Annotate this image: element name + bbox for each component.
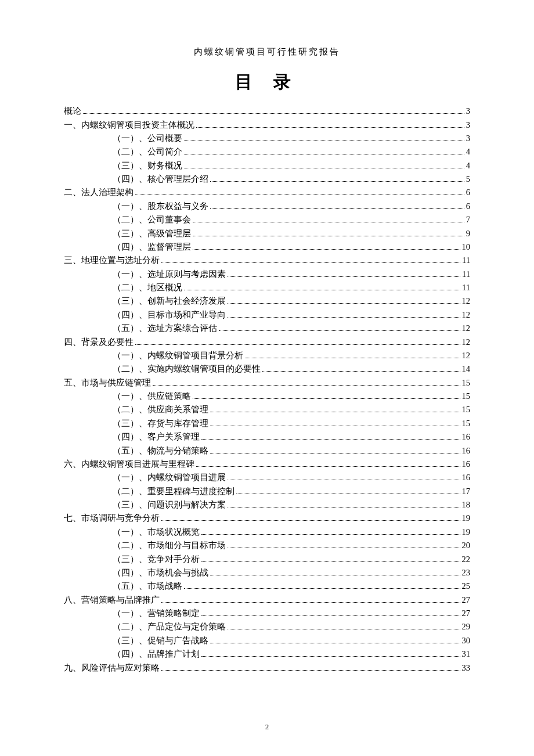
toc-entry[interactable]: （三）、财务概况4: [64, 159, 470, 172]
toc-entry[interactable]: （一）、股东权益与义务6: [64, 200, 470, 213]
toc-entry-label: （三）、促销与广告战略: [113, 636, 208, 645]
toc-entry-label: （二）、地区概况: [113, 283, 182, 292]
toc-entry-label: （一）、选址原则与考虑因素: [113, 270, 226, 279]
toc-entry-page: 15: [462, 379, 471, 387]
toc-dots: [184, 153, 464, 154]
toc-entry[interactable]: 五、市场与供应链管理15: [64, 376, 470, 390]
toc-entry-page: 4: [466, 161, 470, 170]
toc-dots: [83, 113, 464, 114]
toc-entry[interactable]: （三）、创新与社会经济发展12: [64, 294, 470, 308]
toc-entry[interactable]: （五）、物流与分销策略16: [64, 444, 470, 457]
toc-dots: [245, 357, 460, 358]
toc-entry[interactable]: （一）、选址原则与考虑因素11: [64, 268, 470, 281]
toc-entry[interactable]: （一）、内螺纹铜管项目背景分析12: [64, 349, 470, 362]
toc-entry[interactable]: （三）、存货与库存管理15: [64, 417, 470, 430]
toc-entry-page: 5: [466, 175, 470, 183]
toc-entry-label: 五、市场与供应链管理: [64, 379, 151, 387]
toc-entry-page: 16: [462, 473, 471, 482]
toc-entry-page: 19: [462, 514, 471, 523]
toc-entry-page: 23: [462, 568, 471, 577]
toc-dots: [262, 370, 460, 372]
toc-entry-page: 9: [466, 229, 470, 238]
toc-entry[interactable]: （一）、营销策略制定27: [64, 607, 470, 620]
toc-dots: [210, 574, 460, 575]
toc-entry-label: （二）、公司董事会: [113, 215, 191, 224]
toc-entry[interactable]: （二）、实施内螺纹铜管项目的必要性14: [64, 362, 470, 376]
toc-entry-label: （一）、供应链策略: [113, 392, 191, 401]
toc-entry-page: 10: [462, 243, 471, 251]
toc-dots: [228, 276, 460, 277]
toc-entry-page: 11: [462, 283, 470, 292]
toc-entry-page: 12: [462, 311, 471, 319]
toc-entry-label: （一）、公司概要: [113, 134, 182, 143]
toc-entry[interactable]: （二）、产品定位与定价策略29: [64, 620, 470, 633]
table-of-contents: 概论3一、内螺纹铜管项目投资主体概况3（一）、公司概要3（二）、公司简介4（三）…: [64, 105, 470, 675]
toc-entry-label: （五）、选址方案综合评估: [113, 324, 217, 333]
toc-entry-page: 3: [466, 121, 470, 129]
toc-entry-page: 15: [462, 419, 471, 428]
toc-entry-page: 14: [462, 365, 471, 373]
toc-entry-label: 概论: [64, 107, 81, 116]
toc-entry[interactable]: （四）、品牌推广计划31: [64, 647, 470, 661]
toc-entry[interactable]: 概论3: [64, 105, 470, 118]
toc-entry-page: 16: [462, 433, 471, 441]
toc-entry-page: 27: [462, 596, 471, 604]
toc-entry[interactable]: （二）、地区概况11: [64, 281, 470, 294]
toc-entry[interactable]: （四）、目标市场和产业导向12: [64, 308, 470, 322]
toc-entry-page: 6: [466, 188, 470, 197]
toc-entry[interactable]: （三）、高级管理层9: [64, 226, 470, 240]
toc-entry-label: （五）、物流与分销策略: [113, 447, 208, 455]
toc-entry[interactable]: （三）、促销与广告战略30: [64, 634, 470, 647]
toc-entry[interactable]: （五）、选址方案综合评估12: [64, 322, 470, 335]
toc-entry[interactable]: （二）、市场细分与目标市场20: [64, 539, 470, 552]
toc-entry[interactable]: （四）、客户关系管理16: [64, 430, 470, 444]
toc-entry-page: 16: [462, 447, 471, 455]
toc-entry-page: 7: [466, 215, 470, 224]
toc-entry-label: （一）、市场状况概览: [113, 528, 200, 537]
toc-entry-label: 二、法人治理架构: [64, 188, 134, 197]
toc-dots: [184, 289, 460, 290]
toc-entry-label: （二）、重要里程碑与进度控制: [113, 487, 234, 496]
toc-entry[interactable]: （一）、市场状况概览19: [64, 525, 470, 539]
toc-entry[interactable]: 七、市场调研与竞争分析19: [64, 512, 470, 525]
toc-entry-label: （一）、内螺纹铜管项目背景分析: [113, 351, 243, 360]
toc-entry[interactable]: （二）、公司董事会7: [64, 213, 470, 226]
toc-entry[interactable]: （五）、市场战略25: [64, 579, 470, 593]
toc-dots: [184, 167, 464, 168]
toc-entry[interactable]: （二）、供应商关系管理15: [64, 403, 470, 416]
toc-entry[interactable]: 二、法人治理架构6: [64, 186, 470, 199]
toc-entry[interactable]: （一）、公司概要3: [64, 132, 470, 145]
toc-entry-label: （二）、市场细分与目标市场: [113, 541, 226, 550]
toc-entry[interactable]: （二）、公司简介4: [64, 145, 470, 159]
toc-entry-page: 6: [466, 202, 470, 211]
toc-entry[interactable]: 四、背景及必要性12: [64, 335, 470, 348]
toc-entry[interactable]: 八、营销策略与品牌推广27: [64, 593, 470, 607]
toc-entry[interactable]: （四）、监督管理层10: [64, 240, 470, 254]
toc-entry[interactable]: （三）、竞争对手分析22: [64, 552, 470, 566]
toc-entry-page: 33: [462, 664, 471, 672]
toc-dots: [184, 588, 460, 589]
toc-entry-page: 31: [462, 650, 471, 658]
toc-entry[interactable]: （一）、供应链策略15: [64, 390, 470, 403]
toc-entry[interactable]: （三）、问题识别与解决方案18: [64, 498, 470, 512]
toc-entry-page: 22: [462, 555, 471, 564]
toc-entry-page: 20: [462, 541, 471, 550]
toc-entry[interactable]: （四）、市场机会与挑战23: [64, 566, 470, 579]
toc-entry[interactable]: 六、内螺纹铜管项目进展与里程碑16: [64, 458, 470, 471]
toc-entry[interactable]: （二）、重要里程碑与进度控制17: [64, 485, 470, 498]
toc-entry[interactable]: （一）、内螺纹铜管项目进展16: [64, 471, 470, 484]
toc-entry-page: 17: [462, 487, 471, 496]
toc-dots: [201, 615, 460, 616]
toc-entry[interactable]: 九、风险评估与应对策略33: [64, 661, 470, 674]
toc-dots: [184, 140, 464, 141]
toc-dots: [219, 330, 460, 331]
toc-dots: [228, 628, 460, 629]
toc-entry-label: （四）、客户关系管理: [113, 433, 200, 441]
toc-entry-label: 七、市场调研与竞争分析: [64, 514, 160, 523]
toc-entry-label: 六、内螺纹铜管项目进展与里程碑: [64, 460, 194, 469]
toc-entry[interactable]: 三、地理位置与选址分析11: [64, 254, 470, 267]
toc-entry-label: （三）、问题识别与解决方案: [113, 501, 226, 509]
toc-entry[interactable]: 一、内螺纹铜管项目投资主体概况3: [64, 118, 470, 131]
toc-entry-page: 15: [462, 405, 471, 414]
toc-entry[interactable]: （四）、核心管理层介绍5: [64, 172, 470, 186]
